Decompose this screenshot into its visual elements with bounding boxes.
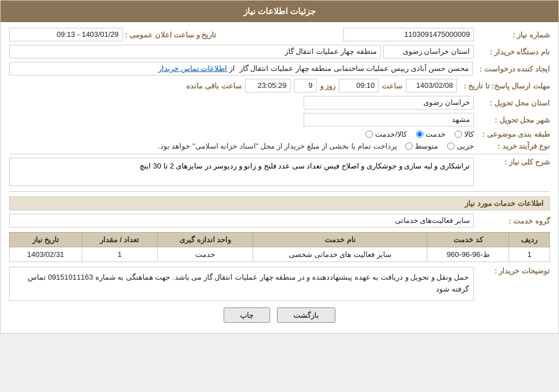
service-group-row: گروه خدمت : سایر فعالیت‌های خدماتی [9, 214, 550, 227]
category-radio-group: کالا خدمت کالا/خدمت [365, 130, 474, 138]
buyer-notes-row: توضیحات خریدار : حمل ونقل و تحویل و دریا… [9, 267, 550, 301]
col-header-row-num: ردیف [509, 233, 550, 247]
time-value: 09:10 [339, 79, 379, 92]
creator-prefix: از [229, 64, 235, 73]
process-radio-group: جزیی متوسط [405, 142, 474, 150]
process-label: نوع فرآیند خرید : [476, 142, 550, 150]
description-row: شرح کلی نیاز : [9, 158, 550, 188]
back-button[interactable]: بازگشت [277, 307, 335, 323]
process-radio-medium[interactable] [405, 142, 413, 150]
day-value: 9 [294, 79, 317, 92]
need-number-value: 1103091475000009 [343, 28, 474, 41]
province-row: استان محل تحویل : خراسان رضوی [9, 96, 550, 109]
page-header: جزئیات اطلاعات نیاز [1, 1, 558, 22]
col-header-date: تاریخ نیاز [10, 233, 82, 247]
table-body: 1ط-96-96-960سایر فعالیت های خدماتی شخصیخ… [10, 247, 550, 262]
creator-label: ایجاد کننده درخواست : [475, 65, 550, 73]
category-both-label: کالا/خدمت [375, 130, 407, 138]
creator-value: محسن حسن آبادی رییس عملیات ساختمانی منطق… [9, 62, 473, 75]
category-option-goods[interactable]: کالا [455, 130, 474, 138]
action-buttons: بازگشت چاپ [9, 307, 550, 323]
buyer-org-value: منطقه چهار عملیات انتقال گاز [9, 45, 381, 58]
buyer-notes-value: حمل ونقل و تحویل و دریافت به عهده پیشنها… [9, 267, 474, 301]
process-medium-label: متوسط [415, 142, 438, 150]
creator-text: محسن حسن آبادی رییس عملیات ساختمانی منطق… [239, 64, 469, 73]
cell-code: ط-96-96-960 [427, 247, 509, 262]
category-radio-goods[interactable] [455, 130, 462, 138]
main-content: شماره نیاز : 1103091475000009 تاریخ و سا… [1, 22, 558, 333]
description-container [9, 158, 474, 188]
process-row: نوع فرآیند خرید : جزیی متوسط پرداخت تمام… [9, 142, 550, 150]
buyer-notes-text: حمل ونقل و تحویل و دریافت به عهده پیشنها… [28, 273, 469, 293]
category-goods-label: کالا [464, 130, 474, 138]
buyer-org-label: نام دستگاه خریدار : [476, 48, 550, 56]
category-option-both[interactable]: کالا/خدمت [365, 130, 407, 138]
city-row: شهر محل تحویل : مشهد [9, 113, 550, 127]
deadline-time-group: 1403/02/08 ساعت 09:10 روز و 9 23:05:29 س… [9, 79, 457, 92]
category-service-label: خدمت [426, 130, 445, 138]
services-table: ردیف کد خدمت نام خدمت واحد اندازه گیری ت… [9, 232, 550, 262]
col-header-qty: تعداد / مقدار [82, 233, 157, 247]
need-number-row: شماره نیاز : 1103091475000009 تاریخ و سا… [9, 28, 550, 41]
day-label: روز و [320, 82, 336, 90]
city-value: مشهد [304, 113, 474, 127]
buyer-notes-label: توضیحات خریدار : [476, 267, 550, 275]
province-value: خراسان رضوی [304, 96, 474, 109]
pub-date-value: 1403/01/29 - 09:13 [9, 28, 123, 41]
buyer-org-value2: استان خراسان رضوی [383, 45, 474, 58]
process-partial-label: جزیی [457, 142, 474, 150]
service-group-value: سایر فعالیت‌های خدماتی [9, 214, 474, 227]
pub-date-label: تاریخ و ساعت اعلان عمومی : [125, 31, 216, 39]
category-radio-service[interactable] [416, 130, 423, 138]
services-section-title: اطلاعات خدمات مورد نیاز [9, 196, 550, 210]
divider1 [9, 154, 550, 154]
date-value: 1403/02/08 [406, 79, 457, 92]
process-note: پرداخت تمام یا بخشی از مبلغ خریدار از مح… [9, 142, 397, 150]
print-button[interactable]: چاپ [224, 307, 270, 323]
cell-row: 1 [509, 247, 550, 262]
table-row: 1ط-96-96-960سایر فعالیت های خدماتی شخصیخ… [10, 247, 550, 262]
process-option-medium[interactable]: متوسط [405, 142, 438, 150]
remaining-label: ساعت باقی مانده [186, 82, 241, 90]
cell-unit: خدمت [158, 247, 253, 262]
process-radio-partial[interactable] [447, 142, 455, 150]
col-header-name: نام خدمت [253, 233, 427, 247]
creator-contact-link[interactable]: اطلاعات تماس خریدار [158, 64, 227, 73]
cell-date: 1403/02/31 [10, 247, 82, 262]
creator-row: ایجاد کننده درخواست : محسن حسن آبادی ریی… [9, 62, 550, 75]
need-number-label: شماره نیاز : [476, 31, 550, 39]
category-label: طبقه بندی موضوعی : [476, 130, 550, 138]
col-header-code: کد خدمت [427, 233, 509, 247]
page-wrapper: جزئیات اطلاعات نیاز شماره نیاز : 1103091… [0, 0, 559, 334]
description-label: شرح کلی نیاز : [476, 158, 550, 166]
page-title: جزئیات اطلاعات نیاز [243, 6, 316, 16]
table-header-row: ردیف کد خدمت نام خدمت واحد اندازه گیری ت… [10, 233, 550, 247]
table-head: ردیف کد خدمت نام خدمت واحد اندازه گیری ت… [10, 233, 550, 247]
province-label: استان محل تحویل : [476, 99, 550, 107]
time-label: ساعت [382, 82, 402, 90]
buyer-org-row: نام دستگاه خریدار : استان خراسان رضوی من… [9, 45, 550, 58]
remaining-value: 23:05:29 [245, 79, 291, 92]
city-label: شهر محل تحویل : [476, 116, 550, 124]
divider2 [9, 191, 550, 192]
process-option-partial[interactable]: جزیی [447, 142, 474, 150]
description-textarea[interactable] [9, 158, 474, 186]
category-row: طبقه بندی موضوعی : کالا خدمت کالا/خدمت [9, 130, 550, 138]
service-group-label: گروه خدمت : [476, 217, 550, 225]
cell-qty: 1 [82, 247, 157, 262]
category-option-service[interactable]: خدمت [416, 130, 445, 138]
deadline-row: مهلت ارسال پاسخ: تا تاریخ : 1403/02/08 س… [9, 79, 550, 92]
send-deadline-label: مهلت ارسال پاسخ: تا تاریخ : [459, 82, 550, 90]
cell-name: سایر فعالیت های خدماتی شخصی [253, 247, 427, 262]
col-header-unit: واحد اندازه گیری [158, 233, 253, 247]
category-radio-both[interactable] [365, 130, 373, 138]
services-table-section: ردیف کد خدمت نام خدمت واحد اندازه گیری ت… [9, 232, 550, 262]
